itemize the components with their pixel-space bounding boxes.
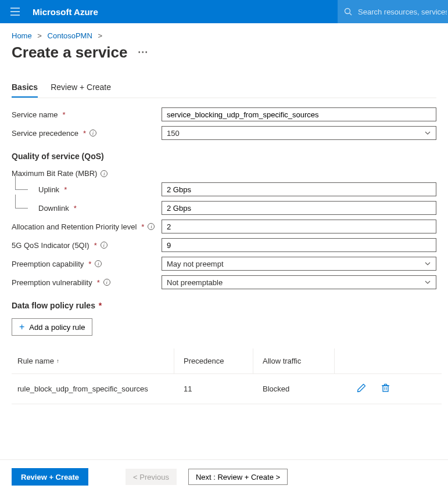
add-policy-rule-button[interactable]: + Add a policy rule <box>12 318 92 336</box>
global-search[interactable] <box>338 0 448 23</box>
preempt-cap-select[interactable]: May not preempt <box>162 257 436 271</box>
downlink-input[interactable] <box>162 201 436 215</box>
service-precedence-value: 150 <box>167 129 180 138</box>
arp-label: Allocation and Retention Priority level <box>12 222 137 231</box>
tab-basics[interactable]: Basics <box>12 79 38 98</box>
info-icon[interactable]: i <box>103 279 110 286</box>
fiveqi-input[interactable] <box>162 238 436 252</box>
info-icon[interactable]: i <box>101 242 107 249</box>
preempt-vuln-label: Preemption vulnerability <box>12 278 92 287</box>
search-input[interactable] <box>357 7 448 17</box>
info-icon[interactable]: i <box>89 130 96 136</box>
cell-precedence: 11 <box>174 374 253 404</box>
rules-table: Rule name ↑ Precedence Allow traffic rul… <box>12 348 442 404</box>
column-rule-name[interactable]: Rule name ↑ <box>12 348 174 373</box>
info-icon[interactable]: i <box>101 170 107 177</box>
tab-list: Basics Review + Create <box>12 79 436 98</box>
svg-point-3 <box>345 9 350 14</box>
search-icon <box>344 8 352 16</box>
chevron-down-icon <box>424 130 431 136</box>
uplink-label: Uplink <box>38 185 59 194</box>
preempt-cap-value: May not preempt <box>167 260 224 268</box>
footer-bar: Review + Create < Previous Next : Review… <box>0 459 448 496</box>
info-icon[interactable]: i <box>95 260 102 267</box>
more-actions-icon[interactable]: ‧‧‧ <box>138 46 148 59</box>
cell-rule-name: rule_block_udp_from_specific_sources <box>12 374 174 404</box>
chevron-right-icon: > <box>98 31 102 40</box>
service-precedence-select[interactable]: 150 <box>162 126 436 140</box>
dfpr-section-title: Data flow policy rules * <box>12 301 436 310</box>
column-actions <box>335 348 442 373</box>
hamburger-icon[interactable] <box>7 3 23 20</box>
service-name-input[interactable] <box>162 107 436 121</box>
page-title-text: Create a service <box>12 44 127 62</box>
column-precedence[interactable]: Precedence <box>174 348 253 373</box>
breadcrumb-resource[interactable]: ContosoPMN <box>48 31 92 40</box>
add-policy-rule-label: Add a policy rule <box>29 323 85 332</box>
preempt-cap-label: Preemption capability <box>12 260 84 268</box>
downlink-label: Downlink <box>38 204 69 213</box>
next-button[interactable]: Next : Review + Create > <box>188 469 288 485</box>
uplink-input[interactable] <box>162 182 436 196</box>
edit-icon[interactable] <box>357 383 366 394</box>
cell-allow: Blocked <box>253 374 335 404</box>
chevron-right-icon: > <box>37 31 42 40</box>
review-create-button[interactable]: Review + Create <box>12 468 88 486</box>
breadcrumb-home[interactable]: Home <box>12 31 32 40</box>
column-allow-traffic[interactable]: Allow traffic <box>253 348 335 373</box>
svg-line-4 <box>350 13 352 16</box>
chevron-down-icon <box>424 260 431 267</box>
sort-ascending-icon: ↑ <box>56 358 59 364</box>
brand-label: Microsoft Azure <box>33 7 98 17</box>
service-precedence-label: Service precedence <box>12 129 78 138</box>
service-name-label: Service name <box>12 110 58 119</box>
breadcrumb: Home > ContosoPMN > <box>12 31 436 40</box>
mbr-label: Maximum Bit Rate (MBR) <box>12 169 97 178</box>
arp-input[interactable] <box>162 220 436 233</box>
info-icon[interactable]: i <box>148 223 155 230</box>
chevron-down-icon <box>424 279 431 286</box>
table-row: rule_block_udp_from_specific_sources 11 … <box>12 374 442 404</box>
top-bar: Microsoft Azure <box>0 0 448 23</box>
previous-button: < Previous <box>126 469 177 485</box>
table-header: Rule name ↑ Precedence Allow traffic <box>12 348 442 374</box>
delete-icon[interactable] <box>381 383 390 394</box>
preempt-vuln-value: Not preemptable <box>167 278 223 287</box>
qos-section-title: Quality of service (QoS) <box>12 152 436 161</box>
svg-rect-5 <box>383 386 388 391</box>
fiveqi-label: 5G QoS Indicator (5QI) <box>12 241 89 250</box>
tab-review-create[interactable]: Review + Create <box>51 79 111 98</box>
page-title: Create a service ‧‧‧ <box>12 44 436 62</box>
preempt-vuln-select[interactable]: Not preemptable <box>162 275 436 289</box>
plus-icon: + <box>19 322 24 332</box>
